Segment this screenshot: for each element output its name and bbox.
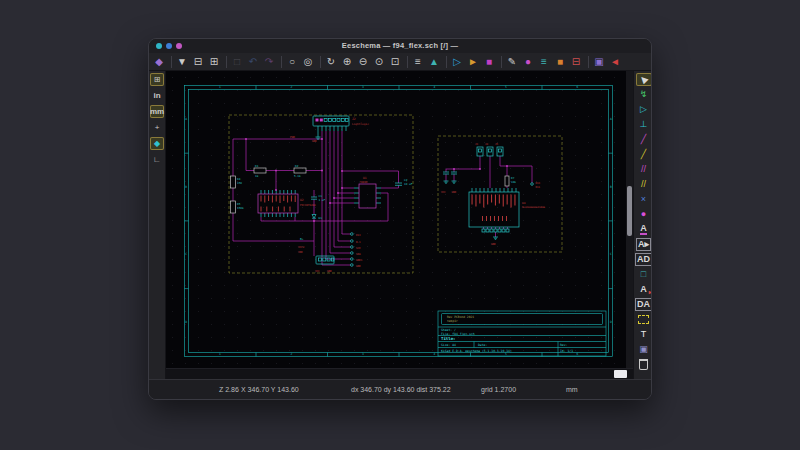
hv-wire-orientation-button[interactable]: ∟ [150, 153, 164, 166]
undo-icon: ↶ [249, 57, 257, 67]
fullscreen-cursor-icon: + [155, 124, 160, 132]
paste-button[interactable]: □ [230, 55, 244, 69]
print-button[interactable]: ⊟ [191, 55, 205, 69]
hv-wire-orientation-icon: ∟ [153, 156, 161, 164]
generate-netlist-icon: ≡ [541, 57, 547, 67]
zoom-fit-button[interactable]: ⊙ [372, 55, 386, 69]
place-bus-button[interactable]: ╱ [636, 148, 652, 161]
toolbar-separator [501, 56, 502, 68]
find-replace-button[interactable]: ◎ [301, 55, 315, 69]
bus-to-bus-entry-button[interactable]: // [636, 178, 652, 191]
schematic-label: 2 [290, 85, 292, 89]
hierarchy-navigator-button[interactable]: ≡ [411, 55, 425, 69]
schematic-label: B [610, 185, 612, 189]
wire-junction [321, 170, 323, 172]
sheet-pin-button[interactable]: DA [636, 298, 652, 311]
horizontal-scrollbar-thumb[interactable] [614, 370, 627, 378]
undo-button[interactable]: ↶ [246, 55, 260, 69]
titlebar[interactable]: Eeschema — f94_flex.sch [/] — [149, 39, 651, 54]
wire-junction [321, 138, 323, 140]
annotate-schematic-button[interactable]: ✎ [505, 55, 519, 69]
place-wire-icon: ╱ [641, 135, 646, 144]
place-power-port-button[interactable]: ⊥ [636, 118, 652, 131]
graphic-polyline-button[interactable] [636, 313, 652, 326]
global-label-button[interactable]: A▸ [636, 238, 652, 251]
find-icon: ○ [289, 57, 295, 67]
units-mm-button[interactable]: mm [150, 105, 164, 118]
redo-button[interactable]: ↷ [262, 55, 276, 69]
schematic-label: GND [312, 140, 317, 143]
schematic-label: 1 [219, 352, 221, 356]
place-junction-button[interactable]: ● [636, 208, 652, 221]
schematic-label: 6 [576, 85, 578, 89]
assign-footprints-button[interactable]: ▣ [592, 55, 606, 69]
schematic-label: J2 [352, 117, 356, 121]
global-label-icon: A▸ [636, 238, 651, 252]
schematic-label: 5 [505, 352, 507, 356]
schematic-label: PIC16F628A [300, 204, 316, 207]
place-wire-button[interactable]: ╱ [636, 133, 652, 146]
import-sheet-pin-button[interactable]: A [636, 283, 652, 296]
highlight-net-button[interactable]: ↯ [636, 88, 652, 101]
schematic-canvas[interactable]: 123456123456ABCDABCDJ2LightlogicGNDPWRR1… [166, 71, 633, 379]
net-label-button[interactable]: A [636, 223, 652, 236]
delete-tool-icon [639, 359, 648, 370]
generate-netlist-button[interactable]: ≡ [537, 55, 551, 69]
new-schematic-icon: ◆ [155, 57, 163, 67]
delete-tool-button[interactable] [636, 358, 652, 371]
find-button[interactable]: ○ [285, 55, 299, 69]
run-pcbnew-button[interactable]: ■ [553, 55, 567, 69]
status-delta: dx 346.70 dy 143.60 dist 375.22 [351, 386, 451, 393]
hierarchical-sheet-button[interactable]: □ [636, 268, 652, 281]
hierarchical-label-button[interactable]: AD [636, 253, 652, 266]
wire-junction [337, 192, 339, 194]
place-image-button[interactable]: ▣ [636, 343, 652, 356]
vertical-scrollbar-thumb[interactable] [627, 186, 632, 236]
toggle-grid-button[interactable]: ⊞ [150, 73, 164, 86]
schematic-label: 150k [237, 206, 244, 210]
schematic-label: 1 [219, 85, 221, 89]
wire-junction [329, 202, 331, 204]
zoom-selection-icon: ⊡ [391, 57, 399, 67]
place-text-button[interactable]: T [636, 328, 652, 341]
plot-button[interactable]: ⊞ [207, 55, 221, 69]
new-schematic-button[interactable]: ◆ [152, 55, 166, 69]
symbol-editor-icon: ▷ [453, 57, 461, 67]
wire-to-bus-entry-button[interactable]: // [636, 163, 652, 176]
vertical-scrollbar[interactable] [626, 71, 633, 369]
units-inches-button[interactable]: in [150, 89, 164, 102]
erc-check-button[interactable]: ● [521, 55, 535, 69]
zoom-out-button[interactable]: ⊖ [356, 55, 370, 69]
leave-sheet-icon: ▲ [429, 57, 439, 67]
no-connect-flag-icon: × [641, 195, 646, 204]
back-annotate-button[interactable]: ◄ [608, 55, 622, 69]
zoom-in-button[interactable]: ⊕ [340, 55, 354, 69]
wire-junction [341, 187, 343, 189]
right-circuit-block[interactable] [438, 136, 562, 252]
place-symbol-button[interactable]: ▷ [636, 103, 652, 116]
schematic-label: Lightlogic [352, 122, 369, 126]
schematic-label: 10k [511, 180, 516, 184]
redraw-view-button[interactable]: ↻ [324, 55, 338, 69]
symbol-editor-button[interactable]: ▷ [450, 55, 464, 69]
schematic-label: MLQ2006AUHLPU806 [522, 206, 546, 209]
schematic-label: VDD [298, 251, 303, 254]
save-icon: ▼ [177, 57, 187, 67]
fullscreen-cursor-button[interactable]: + [150, 121, 164, 134]
schematic-label: 6 [576, 352, 578, 356]
footprint-editor-button[interactable]: ■ [482, 55, 496, 69]
save-button[interactable]: ▼ [175, 55, 189, 69]
show-hidden-pins-button[interactable]: ◆ [150, 137, 164, 150]
select-tool-button[interactable]: ▶ [636, 73, 652, 86]
horizontal-scrollbar[interactable] [166, 368, 633, 379]
zoom-selection-button[interactable]: ⊡ [388, 55, 402, 69]
hierarchical-sheet-icon: □ [641, 270, 646, 279]
no-connect-flag-button[interactable]: × [636, 193, 652, 206]
wire-junction [333, 197, 335, 199]
toolbar-separator [226, 56, 227, 68]
schematic-label: A [185, 117, 187, 121]
schematic-label: D [610, 320, 612, 324]
bom-button[interactable]: ⊟ [569, 55, 583, 69]
leave-sheet-button[interactable]: ▲ [427, 55, 441, 69]
symbol-library-browser-button[interactable]: ► [466, 55, 480, 69]
